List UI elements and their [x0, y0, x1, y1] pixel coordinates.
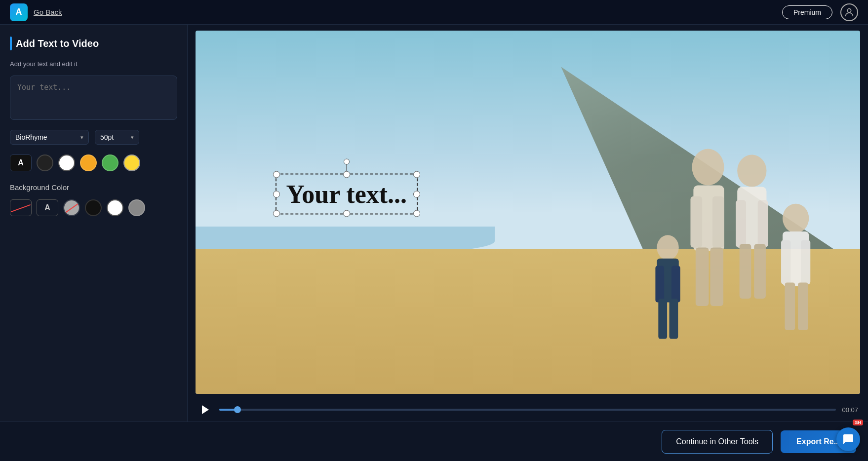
- svg-rect-23: [785, 283, 795, 330]
- go-back-link[interactable]: Go Back: [34, 8, 62, 16]
- svg-rect-21: [781, 240, 790, 284]
- handle-bot-mid[interactable]: [343, 210, 350, 217]
- svg-rect-15: [655, 266, 664, 303]
- sidebar-accent: [10, 37, 12, 50]
- svg-rect-22: [801, 240, 810, 284]
- text-color-darkgray[interactable]: [37, 154, 53, 171]
- bg-color-gray[interactable]: [128, 199, 145, 216]
- bg-color-white[interactable]: [107, 199, 123, 216]
- handle-bot-right[interactable]: [413, 210, 420, 217]
- text-color-a-label: A: [18, 158, 24, 167]
- handle-mid-right[interactable]: [413, 191, 420, 197]
- footer-bar: Continue in Other Tools Export Re...: [0, 422, 868, 461]
- rotate-handle[interactable]: [344, 159, 350, 165]
- text-color-white[interactable]: [58, 154, 75, 171]
- header-left: A Go Back: [10, 3, 62, 21]
- svg-rect-5: [696, 248, 709, 306]
- svg-rect-3: [690, 196, 702, 248]
- svg-marker-25: [202, 405, 209, 414]
- bg-a-letter: A: [44, 203, 50, 212]
- text-color-row: A: [10, 154, 177, 171]
- text-input[interactable]: [10, 76, 177, 120]
- bg-color-a[interactable]: A: [37, 199, 58, 216]
- content-area: Your text... 00:07: [188, 25, 868, 422]
- app-logo: A: [10, 3, 28, 21]
- text-color-orange[interactable]: [80, 154, 97, 171]
- bg-color-row: A: [10, 199, 177, 216]
- svg-rect-24: [798, 283, 808, 330]
- chat-bubble[interactable]: [836, 427, 860, 451]
- handle-top-left[interactable]: [273, 171, 280, 178]
- bg-color-none[interactable]: [10, 199, 32, 216]
- overlay-text[interactable]: Your text...: [286, 180, 407, 208]
- main-layout: Add Text to Video Add your text and edit…: [0, 25, 868, 422]
- header: A Go Back Premium: [0, 0, 868, 25]
- font-chevron-icon: ▾: [80, 134, 83, 141]
- font-selected-label: BioRhyme: [15, 133, 47, 141]
- font-select[interactable]: BioRhyme ▾: [10, 130, 89, 145]
- size-chevron-icon: ▾: [131, 134, 134, 141]
- svg-rect-11: [739, 244, 751, 299]
- time-display: 00:07: [842, 406, 858, 414]
- size-select[interactable]: 50pt ▾: [95, 130, 139, 145]
- svg-rect-16: [671, 266, 680, 303]
- svg-rect-12: [754, 244, 766, 299]
- bg-color-striped[interactable]: [63, 199, 80, 216]
- handle-top-right[interactable]: [413, 171, 420, 178]
- header-right: Premium: [782, 3, 858, 21]
- sidebar-title-bar: Add Text to Video: [10, 37, 177, 50]
- chat-badge: SH: [853, 420, 863, 425]
- sidebar: Add Text to Video Add your text and edit…: [0, 25, 188, 422]
- avatar[interactable]: [840, 3, 858, 21]
- svg-point-1: [692, 149, 724, 186]
- continue-button[interactable]: Continue in Other Tools: [662, 430, 773, 454]
- video-player: Your text...: [196, 31, 860, 394]
- svg-rect-4: [712, 196, 724, 248]
- handle-mid-left[interactable]: [273, 191, 280, 197]
- bg-color-black[interactable]: [85, 199, 102, 216]
- svg-rect-6: [710, 248, 723, 306]
- add-text-label: Add your text and edit it: [10, 60, 177, 68]
- text-color-green[interactable]: [102, 154, 118, 171]
- people-silhouette: [481, 85, 847, 394]
- text-color-black-swatch[interactable]: A: [10, 154, 32, 171]
- play-button[interactable]: [197, 402, 213, 418]
- svg-point-0: [847, 8, 851, 12]
- svg-point-19: [783, 204, 809, 233]
- handle-top-mid[interactable]: [343, 171, 350, 178]
- premium-button[interactable]: Premium: [782, 5, 832, 19]
- svg-rect-17: [658, 299, 667, 339]
- timeline-track[interactable]: [219, 409, 836, 411]
- font-size-row: BioRhyme ▾ 50pt ▾: [10, 130, 177, 145]
- svg-rect-18: [669, 299, 678, 339]
- svg-point-13: [657, 235, 678, 260]
- app-logo-letter: A: [16, 7, 22, 17]
- size-selected-label: 50pt: [100, 133, 114, 141]
- video-controls: 00:07: [196, 398, 860, 422]
- text-overlay[interactable]: Your text...: [276, 174, 418, 215]
- sidebar-title: Add Text to Video: [16, 38, 99, 49]
- timeline-dot[interactable]: [234, 406, 241, 413]
- svg-point-7: [737, 155, 766, 187]
- svg-rect-9: [736, 200, 746, 248]
- text-color-yellow[interactable]: [123, 154, 140, 171]
- text-selection-box[interactable]: Your text...: [276, 174, 418, 215]
- svg-rect-10: [757, 200, 768, 248]
- bg-color-label: Background Color: [10, 183, 177, 192]
- handle-bot-left[interactable]: [273, 210, 280, 217]
